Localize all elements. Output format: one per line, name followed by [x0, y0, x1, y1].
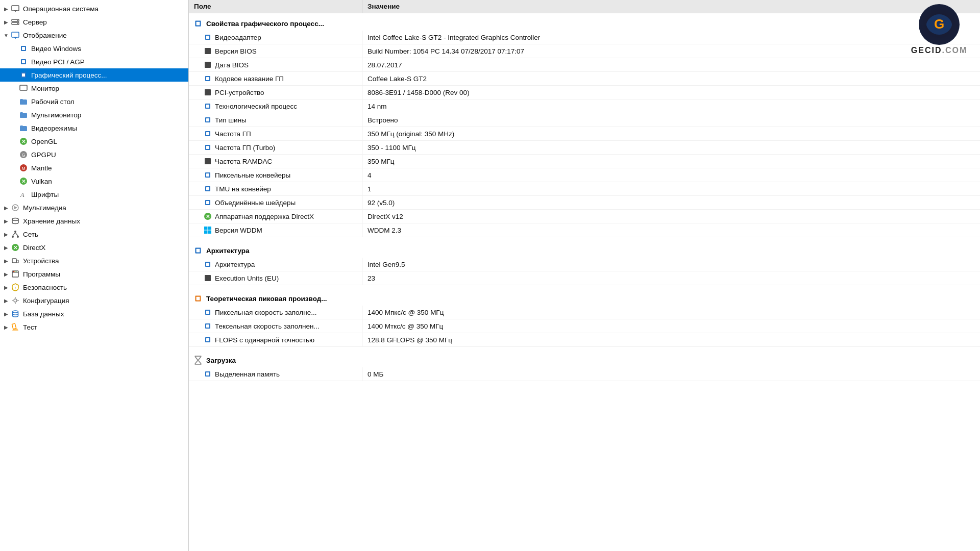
- arrow-network[interactable]: [2, 232, 10, 237]
- icon-mantle: M: [18, 163, 29, 173]
- row-icon: [203, 198, 212, 207]
- table-row: Частота ГП350 МГц (original: 350 MHz): [189, 127, 980, 141]
- svg-rect-69: [205, 158, 211, 164]
- sidebar-item-videomodes[interactable]: Видеорежимы: [0, 121, 188, 135]
- icon-desktop: [18, 96, 29, 107]
- icon-vulkan: ✕: [18, 176, 29, 186]
- label-monitor: Монитор: [31, 85, 59, 92]
- row-field: Тип шины: [189, 113, 362, 127]
- section-icon-architecture: [193, 245, 203, 256]
- svg-rect-83: [197, 249, 200, 253]
- sidebar-item-storage[interactable]: Хранение данных: [0, 214, 188, 228]
- svg-point-32: [17, 236, 19, 238]
- label-desktop: Рабочий стол: [31, 98, 75, 106]
- sidebar-item-directx[interactable]: ✕DirectX: [0, 241, 188, 254]
- svg-text:✕: ✕: [206, 214, 210, 219]
- row-value: 1400 Мткс/с @ 350 МГц: [362, 320, 980, 332]
- row-icon: [203, 46, 212, 56]
- svg-rect-68: [206, 146, 209, 149]
- sidebar-item-os[interactable]: Операционная система: [0, 2, 188, 15]
- row-field: Пиксельная скорость заполне...: [189, 306, 362, 319]
- icon-graphic-proc: [18, 70, 29, 80]
- icon-os: [10, 4, 20, 14]
- svg-rect-90: [206, 311, 209, 314]
- sidebar-item-fonts[interactable]: AШрифты: [0, 188, 188, 201]
- sidebar-item-database[interactable]: База данных: [0, 307, 188, 320]
- svg-point-41: [13, 271, 14, 272]
- arrow-os[interactable]: [2, 6, 10, 12]
- row-field-text: Кодовое название ГП: [215, 75, 284, 83]
- row-value: Intel Coffee Lake-S GT2 - Integrated Gra…: [362, 32, 980, 43]
- sidebar-item-video-pci[interactable]: Видео PCI / AGP: [0, 55, 188, 68]
- arrow-directx[interactable]: [2, 245, 10, 251]
- arrow-server[interactable]: [2, 19, 10, 25]
- arrow-test[interactable]: [2, 324, 10, 330]
- row-icon: [203, 170, 212, 180]
- sidebar-item-multimedia[interactable]: Мультимедиа: [0, 201, 188, 214]
- table-row: FLOPS с одинарной точностью128.8 GFLOPS …: [189, 333, 980, 347]
- sidebar-item-server[interactable]: Сервер: [0, 15, 188, 29]
- sidebar-item-gpgpu[interactable]: GGPGPU: [0, 148, 188, 161]
- svg-rect-75: [206, 201, 209, 204]
- sidebar-item-multimon[interactable]: Мультимонитор: [0, 108, 188, 121]
- row-field-text: TMU на конвейер: [215, 185, 271, 193]
- label-display: Отображение: [23, 32, 67, 39]
- main-content: Поле Значение Свойства графического проц…: [189, 0, 980, 551]
- row-value: DirectX v12: [362, 211, 980, 222]
- sidebar-item-test[interactable]: Тест: [0, 320, 188, 334]
- row-value: 28.07.2017: [362, 59, 980, 71]
- svg-text:G: G: [934, 16, 944, 32]
- sidebar-item-network[interactable]: Сеть: [0, 228, 188, 241]
- row-field-text: Тексельная скорость заполнен...: [215, 322, 320, 330]
- row-field: TMU на конвейер: [189, 182, 362, 195]
- svg-rect-56: [205, 48, 211, 54]
- svg-rect-38: [16, 260, 18, 263]
- label-video-pci: Видео PCI / AGP: [31, 58, 85, 66]
- sidebar-item-opengl[interactable]: ✕OpenGL: [0, 135, 188, 148]
- arrow-multimedia[interactable]: [2, 205, 10, 211]
- arrow-storage[interactable]: [2, 218, 10, 224]
- sidebar-item-programs[interactable]: Программы: [0, 267, 188, 281]
- sidebar-item-security[interactable]: !Безопасность: [0, 281, 188, 294]
- label-mantle: Mantle: [31, 164, 52, 172]
- arrow-devices[interactable]: [2, 258, 10, 264]
- arrow-programs[interactable]: [2, 271, 10, 277]
- table-row: ✕Аппаратная поддержка DirectXDirectX v12: [189, 210, 980, 223]
- row-icon: [203, 74, 212, 83]
- sidebar-item-config[interactable]: Конфигурация: [0, 294, 188, 307]
- label-fonts: Шрифты: [31, 191, 59, 198]
- icon-devices: [10, 256, 20, 266]
- table-row: Дата BIOS28.07.2017: [189, 58, 980, 72]
- arrow-config[interactable]: [2, 298, 10, 304]
- label-multimedia: Мультимедиа: [23, 204, 66, 212]
- row-value: Build Number: 1054 PC 14.34 07/28/2017 0…: [362, 45, 980, 57]
- sidebar-item-vulkan[interactable]: ✕Vulkan: [0, 174, 188, 188]
- label-vulkan: Vulkan: [31, 178, 52, 185]
- sidebar-item-video-windows[interactable]: Видео Windows: [0, 42, 188, 55]
- row-field: Выделенная память: [189, 367, 362, 381]
- sidebar-item-mantle[interactable]: MMantle: [0, 161, 188, 174]
- svg-rect-60: [205, 89, 211, 95]
- arrow-database[interactable]: [2, 311, 10, 317]
- arrow-security[interactable]: [2, 285, 10, 290]
- header-field: Поле: [189, 0, 362, 13]
- sidebar-item-desktop[interactable]: Рабочий стол: [0, 95, 188, 108]
- sidebar-item-monitor[interactable]: Монитор: [0, 82, 188, 95]
- row-field: Версия WDDM: [189, 223, 362, 237]
- table-row: Частота ГП (Turbo)350 - 1100 МГц: [189, 141, 980, 155]
- svg-text:✕: ✕: [21, 139, 26, 144]
- svg-rect-51: [12, 323, 16, 329]
- sidebar-item-graphic-proc[interactable]: Графический процесс...: [0, 68, 188, 82]
- section-icon-gpu-props: [193, 18, 203, 29]
- icon-network: [10, 229, 20, 239]
- label-graphic-proc: Графический процесс...: [31, 71, 107, 79]
- row-field: Дата BIOS: [189, 58, 362, 71]
- sidebar-item-devices[interactable]: Устройства: [0, 254, 188, 267]
- row-field: Видеоадаптер: [189, 31, 362, 44]
- sidebar-item-display[interactable]: Отображение: [0, 29, 188, 42]
- row-value: 92 (v5.0): [362, 197, 980, 209]
- arrow-display[interactable]: [2, 33, 10, 38]
- icon-videomodes: [18, 123, 29, 133]
- icon-database: [10, 309, 20, 319]
- svg-text:A: A: [20, 191, 24, 198]
